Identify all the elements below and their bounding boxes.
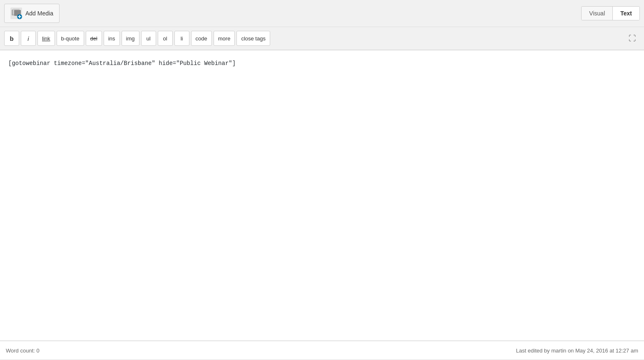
fullscreen-icon: ⛶ [629,34,636,43]
add-media-icon [10,8,22,19]
editor-content-area[interactable]: [gotowebinar timezone="Australia/Brisban… [0,50,644,341]
del-button[interactable]: del [86,31,102,46]
more-button[interactable]: more [214,31,235,46]
text-tab[interactable]: Text [613,7,639,20]
italic-button[interactable]: i [21,31,36,46]
toolbar-buttons: b i link b-quote del ins img ul [4,31,270,46]
editor-text-content: [gotowebinar timezone="Australia/Brisban… [8,60,236,67]
b-quote-button[interactable]: b-quote [57,31,84,46]
add-media-button[interactable]: Add Media [4,4,60,23]
editor-wrapper: Add Media Visual Text b i link b-quote [0,0,644,360]
ins-button[interactable]: ins [104,31,120,46]
visual-tab[interactable]: Visual [582,7,613,20]
top-bar: Add Media Visual Text [0,0,644,27]
code-button[interactable]: code [191,31,212,46]
bold-button[interactable]: b [4,31,19,46]
svg-rect-6 [18,16,21,17]
last-edited-text: Last edited by martin on May 24, 2016 at… [516,348,638,354]
close-tags-button[interactable]: close tags [236,31,270,46]
add-media-label: Add Media [25,10,53,17]
toolbar-row: b i link b-quote del ins img ul [0,27,644,50]
li-button[interactable]: li [174,31,189,46]
view-tabs: Visual Text [581,6,640,20]
word-count: Word count: 0 [6,348,40,354]
status-bar: Word count: 0 Last edited by martin on M… [0,341,644,360]
img-button[interactable]: img [122,31,139,46]
link-button[interactable]: link [37,31,55,46]
ul-button[interactable]: ul [141,31,156,46]
fullscreen-button[interactable]: ⛶ [625,31,640,46]
ol-button[interactable]: ol [158,31,173,46]
